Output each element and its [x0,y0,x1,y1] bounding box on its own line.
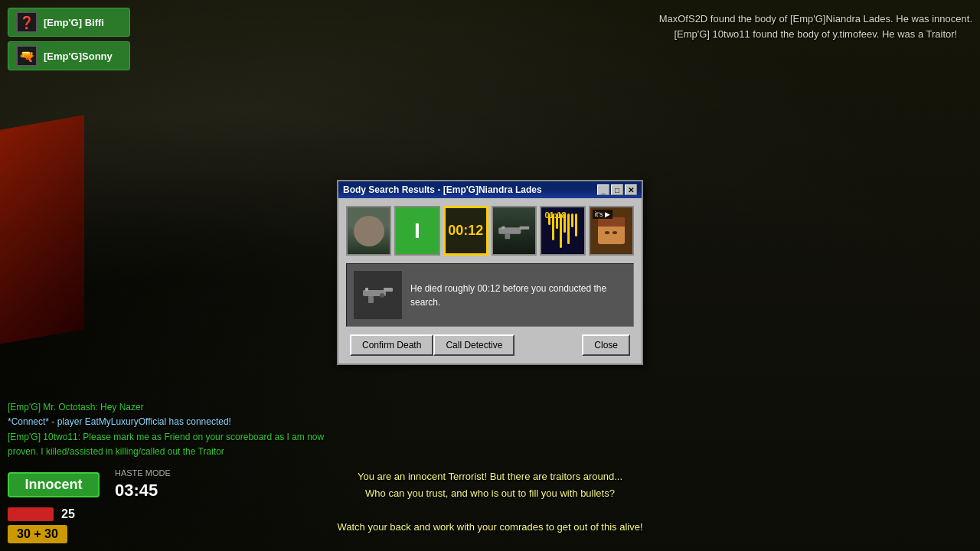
death-info-text: He died roughly 00:12 before you conduct… [410,270,627,320]
player-item-biffi[interactable]: ❓ [Emp'G] Biffi [8,8,130,37]
player-icon-biffi: ❓ [16,11,38,33]
evidence-char[interactable]: it's ▶ [589,206,634,256]
confirm-death-button[interactable]: Confirm Death [350,334,433,356]
hint-line2: Who can you trust, and who is out to fil… [337,485,642,502]
evidence-innocent[interactable]: I [394,206,439,256]
face-circle [354,216,384,246]
evidence-timer[interactable]: 00:12 [443,206,488,256]
body-search-modal[interactable]: Body Search Results - [Emp'G]Niandra Lad… [337,180,643,365]
modal-titlebar: Body Search Results - [Emp'G]Niandra Lad… [338,181,642,198]
svg-rect-3 [501,227,505,229]
innocent-thumbnail: I [396,207,438,254]
char-head [598,217,625,244]
char-face [598,227,625,239]
chat-area: [Emp'G] Mr. Octotash: Hey Nazer *Connect… [8,400,329,459]
its-badge: it's ▶ [593,210,612,219]
player-name-biffi: [Emp'G] Biffi [44,17,104,28]
death-info-message: He died roughly 00:12 before you conduct… [410,282,627,309]
haste-label: HASTE MODE [115,468,171,479]
player-icon-sonny: 🔫 [16,45,38,67]
kill-feed-line2: [Emp'G] 10two11 found the body of y.timo… [659,27,972,42]
wave-bar-6 [567,214,570,244]
svg-rect-5 [384,288,393,292]
char-eye-left [605,231,609,234]
timer-value: 00:12 [448,223,483,239]
chat-msg-2: [Emp'G] 10two11: Please mark me as Frien… [8,430,329,459]
svg-rect-2 [505,234,510,240]
hint-line4: Watch your back and work with your comra… [337,519,642,536]
evidence-gun[interactable] [492,206,537,256]
kill-feed: MaxOfS2D found the body of [Emp'G]Niandr… [659,11,972,41]
svg-rect-6 [368,296,374,303]
haste-mode: HASTE MODE 03:45 [115,468,171,503]
ammo-display: 30 + 30 [8,525,67,543]
evidence-face[interactable] [346,206,391,256]
titlebar-buttons: _ □ ✕ [597,184,637,195]
health-bar [8,507,54,521]
hint-line1: You are an innocent Terrorist! But there… [337,468,642,485]
kill-feed-line1: MaxOfS2D found the body of [Emp'G]Niandr… [659,11,972,27]
player-list: ❓ [Emp'G] Biffi 🔫 [Emp'G]Sonny [8,8,130,70]
modal-body: I 00:12 [338,198,642,364]
char-eye-right [612,231,617,234]
hud-timer: 03:45 [115,479,171,503]
svg-rect-7 [365,288,368,291]
player-item-sonny[interactable]: 🔫 [Emp'G]Sonny [8,41,130,70]
evidence-wave[interactable]: 01:18 [540,206,585,256]
weapon-icon [359,276,397,315]
player-name-sonny: [Emp'G]Sonny [44,51,113,62]
wave-time-value: 01:18 [544,210,566,220]
gun-thumbnail [493,207,535,254]
role-badge: Innocent [8,472,100,497]
health-value: 25 [61,507,75,521]
gun-icon [495,221,534,240]
action-buttons: Confirm Death Call Detective Close [346,334,634,356]
svg-rect-1 [519,227,529,230]
death-info-panel: He died roughly 00:12 before you conduct… [346,263,634,327]
char-thumbnail: it's ▶ [590,207,632,254]
close-button[interactable]: Close [582,334,630,356]
modal-title: Body Search Results - [Emp'G]Niandra Lad… [343,184,542,195]
bottom-hint: You are an innocent Terrorist! But there… [337,468,642,536]
wave-thumbnail: 01:18 [541,207,583,254]
wave-bar-8 [575,214,577,236]
chat-msg-0: [Emp'G] Mr. Octotash: Hey Nazer [8,400,329,415]
evidence-row: I 00:12 [346,206,634,256]
maximize-button[interactable]: □ [611,184,623,195]
minimize-button[interactable]: _ [597,184,609,195]
timer-thumbnail: 00:12 [446,208,486,253]
close-titlebar-button[interactable]: ✕ [625,184,637,195]
death-weapon-thumb [353,270,403,320]
svg-point-8 [380,293,384,298]
call-detective-button[interactable]: Call Detective [433,334,514,356]
face-thumbnail [348,207,390,254]
chat-msg-1: *Connect* - player EatMyLuxuryOfficial h… [8,415,329,429]
wave-bar-7 [571,214,573,227]
hint-line3 [337,502,642,519]
